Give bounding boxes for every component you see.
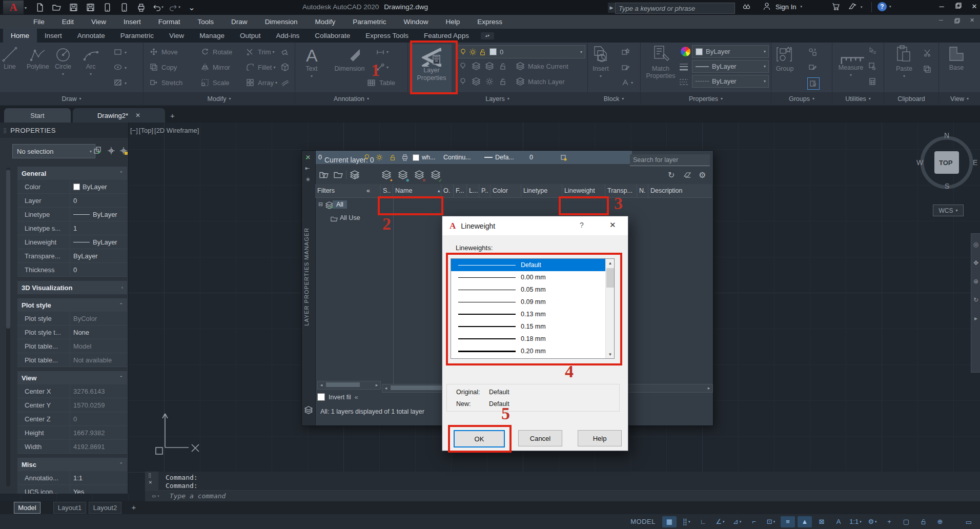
ribbon-tab-express-tools[interactable]: Express Tools [358,29,416,43]
panel-footer-annotation[interactable]: Annotation▾ [295,92,407,105]
prop-row-linetype-scale[interactable]: Linetype s...1 [17,221,127,235]
prop-row-lineweight[interactable]: LineweightByLayer [17,235,127,249]
file-tab-drawing2[interactable]: Drawing2*✕ [73,108,165,123]
col-plot[interactable]: P.. [479,184,491,197]
file-tab-start[interactable]: Start [4,108,71,123]
layer-color-cell[interactable]: wh... [413,154,435,161]
prop-row-annotation-scale[interactable]: Annotatio...1:1 [17,471,127,485]
layer-isolate-icon[interactable] [459,62,467,70]
paste-button[interactable]: Paste▾ [895,45,913,80]
panel-footer-block[interactable]: Block▾ [587,92,640,105]
layer-unisolate-icon[interactable] [459,77,467,86]
polar-tracking-icon[interactable]: ∠▾ [713,516,727,527]
prop-row-ucs-icon-on[interactable]: UCS icon...Yes [17,485,127,494]
new-property-filter-button[interactable] [319,170,329,181]
object-color-combo[interactable]: ByLayer▾ [692,45,769,58]
doc-minimize-button[interactable]: ─ [939,17,943,23]
selection-dropdown[interactable]: No selection▾ [12,144,95,158]
prop-row-layer[interactable]: Layer0 [17,194,127,208]
quick-select-button[interactable] [868,47,876,55]
col-lineweight[interactable]: Lineweight [562,184,605,197]
layer-freeze-icon[interactable] [472,62,480,70]
hatch-button[interactable]: ▾ [114,78,127,88]
section-misc[interactable]: Misc⌃ [17,458,127,471]
prop-row-color[interactable]: ColorByLayer [17,180,127,194]
save-as-icon[interactable] [85,2,96,13]
app-menu-caret-icon[interactable]: ▾ [25,6,27,10]
layer-lineweight-cell[interactable]: Defa... [484,154,514,161]
line-button[interactable]: Line [1,46,18,70]
autodesk-account-icon[interactable]: ▾ [849,2,863,12]
panel-footer-utilities[interactable]: Utilities▾ [832,92,884,105]
prop-row-transparency[interactable]: Transpare...ByLayer [17,249,127,263]
viewport-view-control[interactable]: [Top] [139,127,153,134]
col-freeze[interactable]: F... [454,184,467,197]
col-on[interactable]: O. [441,184,454,197]
prop-row-thickness[interactable]: Thickness0 [17,263,127,277]
new-group-filter-button[interactable] [334,170,343,181]
annotation-scale-control[interactable]: 1:1▾ [848,516,863,527]
erase-button[interactable] [281,48,289,56]
dialog-title-bar[interactable]: A Lineweight ? ✕ [442,216,628,235]
prop-row-plot-style-table[interactable]: Plot style t...None [17,325,127,339]
section-3d-visualization[interactable]: 3D Visualization‹ [17,281,127,294]
redo-icon[interactable]: ▾ [169,2,180,13]
menu-modify[interactable]: Modify [306,15,344,29]
ribbon-tab-addins[interactable]: Add-ins [268,29,307,43]
circle-button[interactable]: Circle▾ [54,46,72,78]
filters-collapse-icon[interactable]: « [366,187,370,194]
col-description[interactable]: Description [648,184,712,197]
edit-block-button[interactable] [621,63,629,71]
create-block-button[interactable] [621,48,629,56]
viewport-minimize-control[interactable]: [−] [130,127,138,134]
delete-layer-button[interactable]: ✕ [415,170,424,181]
text-flyout-icon[interactable]: ▾ [311,73,313,80]
polyline-button[interactable]: Polyline [27,46,49,70]
ribbon-tab-manage[interactable]: Manage [192,29,232,43]
file-tab-close-icon[interactable]: ✕ [135,112,140,119]
search-scope-icon[interactable] [742,3,751,12]
grid-toggle-icon[interactable]: ▦ [662,516,677,527]
clean-screen-icon[interactable]: ▭ [962,516,976,527]
lineweight-display-icon[interactable]: ≡ [781,516,795,527]
section-plot-style[interactable]: Plot style⌃ [17,298,127,312]
infer-constraints-icon[interactable]: ∟ [696,516,710,527]
layer-lock-icon[interactable] [499,62,507,70]
col-name[interactable]: Name▲ [393,184,441,197]
doc-restore-button[interactable] [954,18,960,25]
viewport-visual-style-control[interactable]: [2D Wireframe] [154,127,199,134]
layer-plot-icon[interactable] [401,154,409,161]
layer-select-combo[interactable]: 0 ▾ [456,45,585,58]
pan-icon[interactable]: ✥ [973,259,978,267]
ellipse-button[interactable]: ▾ [114,63,127,72]
col-new-vp[interactable]: N. [637,184,648,197]
snap-toggle-icon[interactable]: ⣿▾ [679,516,693,527]
osnap-tracking-icon[interactable]: ⌐ [747,516,761,527]
paste-flyout-icon[interactable]: ▾ [903,73,905,80]
ribbon-collapse-icon[interactable]: ▴▾ [481,32,494,39]
scale-button[interactable]: Scale [201,78,230,87]
ungroup-button[interactable] [808,48,816,56]
prop-row-plot-table-type[interactable]: Plot table...Not available [17,353,127,367]
app-menu-button[interactable]: A [3,1,24,14]
match-properties-button[interactable]: MatchProperties [644,45,678,79]
app-store-icon[interactable] [831,2,841,12]
properties-palette-header[interactable]: ⣿ PROPERTIES [0,123,128,138]
invert-filter-control[interactable]: Invert fil « [317,393,358,401]
sign-in-button[interactable]: Sign In [775,3,796,11]
command-grip-icon[interactable]: ⣿ [148,473,152,478]
layer-linetype-cell[interactable]: Continu... [443,154,471,161]
search-toggle-icon[interactable]: ▶ [608,3,615,13]
panel-footer-modify[interactable]: Modify▾ [144,92,295,105]
menu-dimension[interactable]: Dimension [256,15,307,29]
define-attributes-button[interactable]: ▾ [621,78,633,87]
open-from-web-icon[interactable] [101,2,113,13]
object-linetype-combo[interactable]: ByLayer▾ [692,75,769,88]
layer-unlock2-icon[interactable] [499,77,507,86]
panel-footer-groups[interactable]: Groups▾ [771,92,832,105]
isolate-objects-icon[interactable]: ⊕ [933,516,947,527]
ribbon-tab-parametric[interactable]: Parametric [113,29,161,43]
menu-file[interactable]: File [25,15,53,29]
save-to-web-icon[interactable] [118,2,130,13]
col-lock[interactable]: L... [467,184,479,197]
